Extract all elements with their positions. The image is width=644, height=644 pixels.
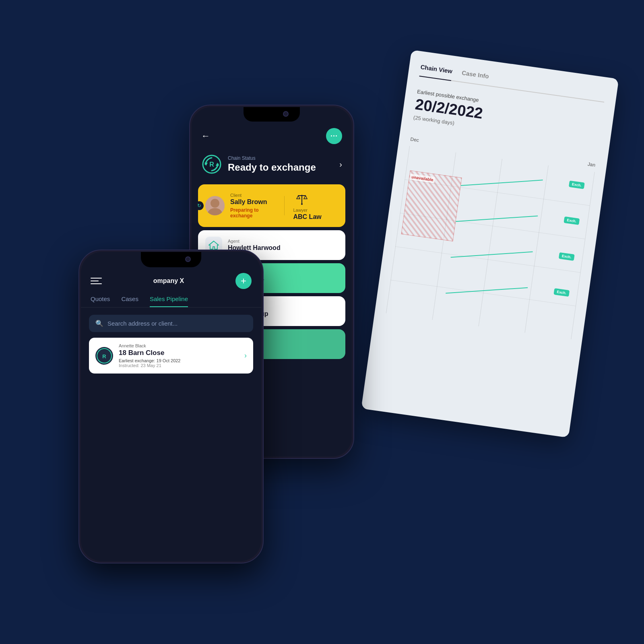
lawyer-name: ABC Law (293, 213, 339, 221)
svg-text:R: R (102, 353, 106, 359)
agent-role-howlett: Agent (228, 239, 338, 244)
client-name: Sally Brown (230, 198, 275, 206)
chain-chevron-icon[interactable]: › (339, 160, 342, 169)
svg-point-9 (211, 199, 219, 208)
hamburger-menu[interactable] (91, 278, 102, 284)
list-item-exchange: Earliest exchange: 19 Oct 2022 (119, 358, 239, 363)
svg-line-2 (451, 241, 533, 268)
menu-dots-button[interactable]: ··· (326, 128, 342, 144)
search-input[interactable]: Search address or client... (107, 320, 178, 327)
timeline-label-dec: Dec (410, 136, 419, 143)
refresh-icon: ↻ (195, 201, 204, 210)
paper-tab-case[interactable]: Case Info (461, 69, 489, 82)
front-camera (185, 256, 191, 262)
card-divider (284, 196, 285, 215)
tab-sales-pipeline[interactable]: Sales Pipeline (150, 295, 188, 307)
timeline-label-jan: Jan (587, 161, 596, 168)
front-tabs: Quotes Cases Sales Pipeline (81, 294, 261, 308)
paper-tab-chain[interactable]: Chain View (419, 63, 453, 81)
add-button[interactable]: + (235, 273, 252, 289)
search-bar[interactable]: 🔍 Search address or client... (89, 315, 253, 332)
chain-status-label: Chain Status (228, 155, 316, 161)
lawyer-role-label: Lawyer (293, 208, 339, 213)
svg-text:R: R (209, 161, 214, 168)
chain-status-section: R Chain Status Ready to exchange › (192, 151, 352, 181)
client-info: Client Sally Brown Preparing to exchange (230, 193, 275, 219)
scale-icon (293, 191, 310, 208)
svg-line-1 (456, 204, 538, 232)
search-icon: 🔍 (95, 320, 103, 327)
chain-icon: R (201, 154, 222, 175)
tab-cases[interactable]: Cases (121, 295, 138, 307)
paper-chart-area: unavailable Exch. Exch. Exch. Exch. (386, 146, 594, 339)
chain-status-text: Chain Status Ready to exchange (228, 155, 316, 173)
timeline-svg (386, 146, 594, 339)
front-notch (141, 252, 201, 267)
client-role-label: Client (230, 193, 275, 198)
phone-front-inner: ompany X + Quotes Cases Sales Pipeline 🔍… (81, 252, 261, 561)
svg-line-3 (446, 277, 528, 304)
list-item-barn-close[interactable]: R Annette Black 18 Barn Close Earliest e… (89, 338, 253, 374)
chain-status-value: Ready to exchange (228, 162, 316, 173)
lawyer-info: Lawyer ABC Law (293, 191, 339, 221)
back-notch (244, 107, 300, 122)
list-item-chevron-icon[interactable]: › (244, 351, 247, 360)
list-item-instructed: Instructed: 23 May 21 (119, 363, 239, 368)
client-status: Preparing to exchange (230, 207, 275, 219)
list-item-owner: Annette Black (119, 343, 239, 348)
list-item-address: 18 Barn Close (119, 349, 239, 357)
paper-timeline: Dec Jan unavailable Exch. Exch. Exch. Ex… (386, 136, 596, 339)
tab-quotes[interactable]: Quotes (91, 295, 110, 307)
back-button[interactable]: ← (201, 131, 210, 141)
client-avatar (205, 196, 225, 215)
phone-front: ompany X + Quotes Cases Sales Pipeline 🔍… (78, 250, 264, 564)
chain-card-sally[interactable]: ↻ Client Sally Brown Preparing to exchan… (198, 184, 345, 227)
list-item-info: Annette Black 18 Barn Close Earliest exc… (119, 343, 239, 368)
paper-card: Chain View Case Info Earliest possible e… (361, 50, 619, 438)
back-camera (283, 111, 289, 117)
svg-rect-12 (301, 195, 302, 204)
list-item-icon: R (95, 347, 113, 365)
svg-line-0 (461, 169, 543, 196)
company-name: ompany X (153, 277, 184, 285)
